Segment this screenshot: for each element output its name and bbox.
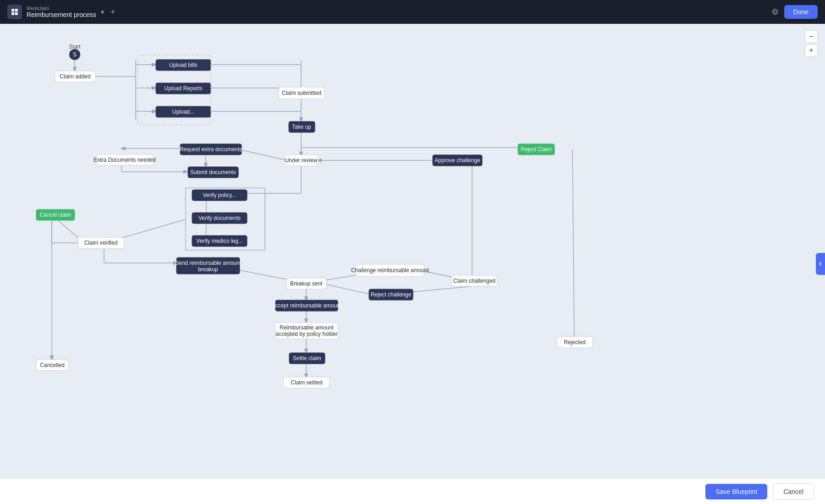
rejected-label: Rejected	[564, 339, 585, 345]
page-title: Reimbursement process	[27, 11, 96, 18]
verify-policy-label: Verify policy...	[203, 192, 236, 198]
verify-documents-label: Verify documents	[198, 215, 241, 221]
claim-challenged-label: Claim challenged	[453, 278, 495, 284]
accept-reimbursable-label: Accept reimbursable amount	[272, 302, 342, 309]
done-button[interactable]: Done	[784, 5, 818, 19]
bottom-bar: Save Blueprint Cancel	[0, 478, 825, 504]
svg-line-16	[234, 148, 287, 160]
flow-diagram: S Start Claim added Upload bills Upload …	[0, 24, 825, 504]
chevron-down-icon[interactable]: ▾	[101, 8, 104, 16]
settings-icon[interactable]: ⚙	[771, 7, 779, 17]
settle-claim-label: Settle claim	[293, 355, 321, 362]
svg-rect-3	[15, 12, 18, 15]
reimbursable-accepted-label1: Reimbursable amount	[280, 324, 334, 331]
header: Mediclaim Reimbursement process ▾ + ⚙ Do…	[0, 0, 825, 24]
svg-line-47	[572, 149, 574, 342]
cancel-claim-label: Cancel claim	[40, 212, 72, 218]
start-label: S	[73, 51, 77, 58]
challenge-amount-label: Challenge reimbursable amount	[351, 267, 429, 274]
header-right: ⚙ Done	[771, 5, 818, 19]
upload-more-label: Upload...	[172, 109, 194, 115]
flow-canvas: S Start Claim added Upload bills Upload …	[0, 24, 825, 504]
header-left: Mediclaim Reimbursement process ▾ +	[7, 5, 115, 19]
send-breakup-label2: breakup	[198, 266, 218, 273]
claim-added-label: Claim added	[60, 73, 90, 80]
svg-line-40	[321, 283, 369, 294]
upload-bills-label: Upload bills	[169, 62, 198, 68]
cancel-button[interactable]: Cancel	[773, 483, 814, 500]
submit-documents-label: Submit documents	[190, 169, 236, 175]
approve-challenge-label: Approve challenge	[434, 157, 480, 164]
header-title: Mediclaim Reimbursement process	[27, 5, 96, 18]
start-text: Start	[69, 44, 81, 50]
reject-challenge-label: Reject challenge	[371, 291, 412, 298]
send-breakup-label1: Send reimbursable amount	[175, 260, 242, 266]
svg-rect-1	[15, 9, 18, 11]
flow-svg: S Start Claim added Upload bills Upload …	[0, 24, 825, 504]
extra-docs-needed-label: Extra Documents needed	[94, 157, 155, 163]
claim-verified-label: Claim verified	[84, 240, 118, 246]
take-up-label: Take up	[292, 124, 311, 130]
zoom-controls: − +	[805, 30, 818, 57]
cancelled-label: Cancelled	[40, 362, 64, 368]
reject-claim-label: Reject Claim	[521, 146, 552, 153]
reimbursable-accepted-label2: accepted by policy holder	[275, 331, 337, 337]
collapse-panel-button[interactable]	[816, 253, 825, 275]
under-review-label: Under review	[285, 157, 318, 164]
claim-submitted-label: Claim submitted	[282, 90, 321, 96]
zoom-in-button[interactable]: +	[805, 44, 818, 57]
save-blueprint-button[interactable]: Save Blueprint	[705, 484, 767, 499]
app-icon	[7, 5, 22, 19]
verify-medico-label: Verify medico leg...	[196, 238, 242, 244]
app-name: Mediclaim	[27, 5, 96, 11]
svg-rect-0	[11, 9, 14, 11]
zoom-out-button[interactable]: −	[805, 30, 818, 43]
svg-rect-2	[11, 12, 14, 15]
upload-reports-label: Upload Reports	[164, 85, 202, 92]
add-icon[interactable]: +	[110, 7, 116, 17]
breakup-sent-label: Breakup sent	[290, 280, 323, 287]
request-extra-docs-label: Request extra documents	[180, 146, 242, 153]
claim-settled-label: Claim settled	[291, 379, 322, 386]
